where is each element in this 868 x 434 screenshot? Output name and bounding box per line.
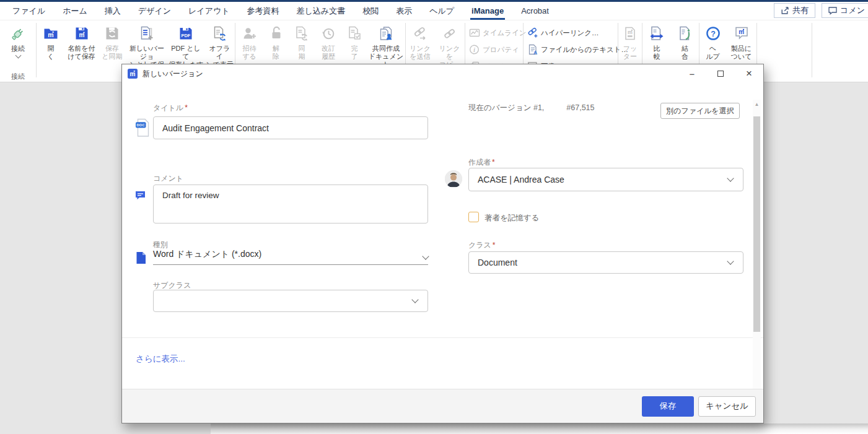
- show-more-link[interactable]: さらに表示...: [136, 354, 185, 365]
- tab-校閲[interactable]: 校閲: [354, 2, 387, 20]
- ribbon-button-properties: iプロパティ: [465, 42, 519, 57]
- doc-check-icon: [346, 24, 362, 43]
- ribbon-button-merge[interactable]: 結 合: [671, 22, 699, 61]
- ribbon-button-text-from-file[interactable]: Aファイルからのテキスト…: [524, 42, 628, 57]
- connect-group-label: 接続: [0, 72, 36, 81]
- required-asterisk: *: [185, 103, 188, 112]
- minimize-icon: −: [690, 69, 695, 79]
- ribbon-button-help[interactable]: ?ヘ ルプ: [699, 22, 726, 61]
- ribbon-group-help-group: ?ヘ ルプm製品に ついて: [699, 22, 756, 61]
- type-dropdown[interactable]: Word ドキュメント (*.docx): [153, 249, 428, 265]
- folder-m-icon: m: [43, 24, 59, 43]
- ribbon-button-doc-offline[interactable]: オフライ ンで表示: [204, 22, 235, 69]
- ribbon-tabs-row: ファイルホーム挿入デザインレイアウト参考資料差し込み文書校閲表示ヘルプiMana…: [0, 2, 868, 20]
- ribbon-button-footer-m: mフッ ター: [618, 22, 642, 61]
- unlock-icon: [268, 24, 284, 43]
- minimize-button[interactable]: −: [678, 64, 706, 83]
- chevron-down-icon: [422, 253, 429, 259]
- class-dropdown[interactable]: Document: [468, 251, 743, 274]
- ribbon-group-connect: 接続 接続: [0, 22, 36, 82]
- ribbon-button-timeline: タイムライン: [465, 25, 527, 40]
- ribbon-button-history: 改訂 履歴: [315, 22, 342, 61]
- scrollbar-thumb[interactable]: [753, 116, 760, 332]
- close-button[interactable]: ×: [735, 64, 763, 83]
- comments-button[interactable]: コメン: [822, 3, 868, 18]
- tab-差し込み文書[interactable]: 差し込み文書: [288, 2, 354, 20]
- tab-ファイル[interactable]: ファイル: [4, 2, 54, 20]
- timeline-icon: [469, 27, 480, 38]
- word-window: ファイルホーム挿入デザインレイアウト参考資料差し込み文書校閲表示ヘルプiMana…: [0, 0, 868, 434]
- title-value: Audit Engagement Contract: [162, 123, 269, 133]
- dialog-scrollbar[interactable]: ▲: [753, 100, 761, 389]
- dialog-window-controls: − ×: [678, 64, 763, 83]
- author-dropdown[interactable]: ACASE | Andrea Case: [468, 168, 743, 191]
- share-button[interactable]: 共有: [774, 3, 815, 18]
- scroll-up-icon[interactable]: ▲: [753, 100, 761, 108]
- title-input[interactable]: Audit Engagement Contract: [153, 116, 428, 139]
- share-icon: [781, 6, 789, 15]
- tab-挿入[interactable]: 挿入: [96, 2, 129, 20]
- comment-icon: [828, 7, 837, 15]
- svg-text:DOC: DOC: [137, 123, 145, 127]
- ribbon-group-collaboration: 招待 する解 除同 期改訂 履歴完 了共同作成 ドキュメント: [235, 22, 405, 69]
- link-copy-icon: [442, 24, 458, 43]
- remember-author-checkbox[interactable]: [468, 212, 479, 222]
- connect-button[interactable]: 接続: [0, 22, 36, 58]
- comment-value: Draft for review: [162, 191, 219, 200]
- tab-ヘルプ[interactable]: ヘルプ: [421, 2, 463, 20]
- ribbon-button-coauthor-doc[interactable]: 共同作成 ドキュメント: [367, 22, 405, 69]
- close-icon: ×: [746, 67, 752, 80]
- tab-Acrobat[interactable]: Acrobat: [512, 2, 558, 20]
- new-version-dialog: m 新しいバージョン − × タイトル* DOC Audit Engagemen…: [121, 64, 764, 423]
- svg-text:i: i: [473, 47, 475, 53]
- properties-icon: i: [469, 44, 480, 55]
- comment-textarea[interactable]: Draft for review: [153, 184, 428, 224]
- titlebar-actions: 共有 コメン: [774, 3, 868, 18]
- doc-offline-icon: [212, 24, 228, 43]
- author-avatar: [445, 170, 462, 188]
- pdf-save-icon: PDF: [178, 24, 194, 43]
- dialog-titlebar: m 新しいバージョン − ×: [122, 64, 763, 83]
- tab-デザイン[interactable]: デザイン: [129, 2, 180, 20]
- current-version-text: 現在のバージョン #1,#67,515: [468, 103, 595, 113]
- ribbon-button-doc-check: 完 了: [342, 22, 367, 61]
- hyperlink-icon: [527, 27, 538, 38]
- tab-ホーム[interactable]: ホーム: [54, 2, 96, 20]
- ribbon-button-pdf-save[interactable]: PDFPDF として 保存します: [167, 22, 204, 69]
- link-send-icon: [412, 24, 428, 43]
- ribbon-group-compare-group: 比 較結 合: [642, 22, 699, 61]
- required-asterisk: *: [493, 241, 496, 250]
- ribbon-button-save-m[interactable]: m名前を付 けて保存: [65, 22, 98, 61]
- svg-text:?: ?: [711, 30, 716, 38]
- tab-iManage[interactable]: iManage: [463, 2, 512, 20]
- ribbon-button-link-send: リンク を送信: [406, 22, 434, 61]
- cancel-button[interactable]: キャンセル: [698, 396, 756, 417]
- doc-new-version-icon: [139, 24, 155, 43]
- tab-参考資料[interactable]: 参考資料: [239, 2, 288, 20]
- tab-レイアウト[interactable]: レイアウト: [180, 2, 239, 20]
- dialog-divider: [122, 337, 763, 338]
- tab-表示[interactable]: 表示: [387, 2, 421, 20]
- history-icon: [320, 24, 336, 43]
- ribbon-button-about-m[interactable]: m製品に ついて: [726, 22, 756, 61]
- ribbon-button-hyperlink[interactable]: ハイパーリンク…: [524, 25, 599, 40]
- ribbon-button-person-add: 招待 する: [235, 22, 263, 61]
- merge-icon: [677, 24, 693, 43]
- comment-bubble-icon: [135, 191, 146, 203]
- ribbon-button-folder-m[interactable]: m開 く: [37, 22, 65, 61]
- chevron-down-icon: [15, 53, 21, 59]
- save-button[interactable]: 保存: [642, 396, 694, 417]
- class-field-label: クラス*: [468, 240, 496, 251]
- required-asterisk: *: [492, 158, 495, 167]
- author-field-label: 作成者*: [468, 157, 495, 168]
- ribbon-button-compare[interactable]: 比 較: [642, 22, 671, 61]
- dialog-footer: 保存 キャンセル: [122, 389, 763, 423]
- choose-another-file-button[interactable]: 別のファイルを選択: [660, 103, 740, 119]
- title-field-label: タイトル*: [153, 103, 188, 113]
- document-page-edge: [211, 423, 868, 434]
- ribbon-button-link-copy: リンクを コピー: [434, 22, 465, 69]
- subclass-dropdown[interactable]: [153, 290, 428, 312]
- maximize-button[interactable]: [706, 64, 735, 83]
- type-value: Word ドキュメント (*.docx): [153, 249, 261, 260]
- doc-file-icon: DOC: [135, 118, 150, 140]
